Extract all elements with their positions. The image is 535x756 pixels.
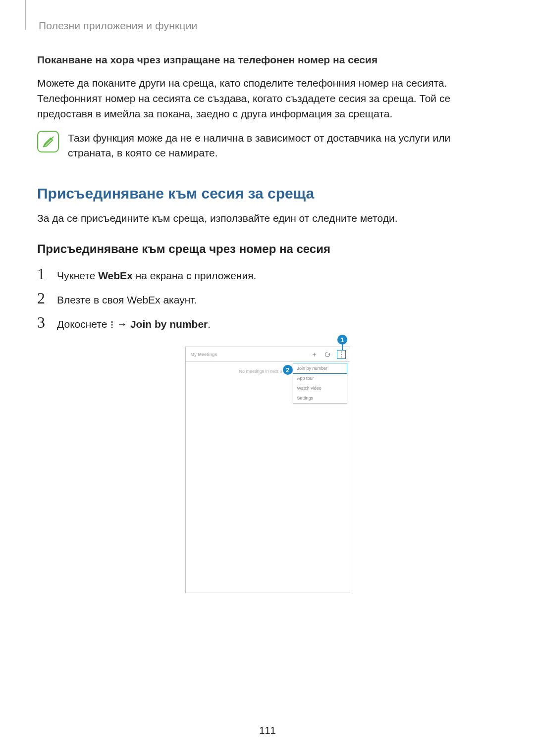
menu-item-settings[interactable]: Settings (293, 393, 347, 403)
step-text-fragment: Докоснете (57, 318, 110, 330)
menu-item-watch-video[interactable]: Watch video (293, 383, 347, 393)
step-text-fragment: Чукнете (57, 270, 98, 281)
step-text-bold: WebEx (98, 270, 133, 281)
step-number: 3 (37, 313, 48, 332)
step-number: 2 (37, 289, 48, 307)
svg-rect-4 (341, 352, 342, 353)
menu-item-join-by-number[interactable]: Join by number (293, 363, 347, 374)
section-join-title: Присъединяване към сесия за среща (37, 185, 498, 202)
screenshot-topbar: My Meetings + (186, 347, 350, 362)
svg-rect-2 (111, 324, 113, 326)
svg-line-0 (43, 137, 54, 147)
step-text-fragment: . (208, 318, 211, 330)
step-text: Чукнете WebEx на екрана с приложения. (57, 268, 256, 283)
more-options-button[interactable] (337, 350, 346, 359)
step-3: 3 Докоснете → Join by number. (37, 313, 498, 332)
callout-2: 2 (283, 365, 293, 375)
steps-list: 1 Чукнете WebEx на екрана с приложения. … (37, 265, 498, 332)
step-text-fragment: на екрана с приложения. (133, 270, 257, 281)
screenshot-dropdown: Join by number App tour Watch video Sett… (293, 363, 347, 403)
add-icon[interactable]: + (311, 351, 318, 358)
section-invite-by-phone-body: Можете да поканите други на среща, като … (37, 76, 498, 122)
step-text-fragment: → (114, 318, 130, 330)
more-options-icon (110, 321, 113, 329)
screenshot-wrapper: 1 2 My Meetings + No meetings in next 6 … (185, 347, 350, 593)
screenshot-title: My Meetings (191, 352, 217, 357)
step-2: 2 Влезте в своя WebEx акаунт. (37, 289, 498, 307)
screenshot-toolbar-icons: + (311, 350, 346, 359)
svg-rect-1 (111, 321, 113, 323)
webex-screenshot: My Meetings + No meetings in next 6 week… (185, 347, 350, 593)
note-icon (37, 131, 59, 152)
section-invite-by-phone-heading: Поканване на хора чрез изпращане на теле… (37, 54, 498, 66)
page-header: Полезни приложения и функции (39, 20, 498, 32)
svg-rect-6 (341, 356, 342, 357)
page-number: 111 (0, 725, 535, 736)
refresh-icon[interactable] (324, 351, 331, 358)
callout-1: 1 (337, 335, 347, 345)
step-text: Докоснете → Join by number. (57, 317, 211, 331)
step-number: 1 (37, 265, 48, 283)
section-join-intro: За да се присъедините към среща, използв… (37, 211, 498, 226)
menu-item-app-tour[interactable]: App tour (293, 373, 347, 383)
step-1: 1 Чукнете WebEx на екрана с приложения. (37, 265, 498, 283)
svg-rect-3 (111, 327, 113, 328)
svg-rect-5 (341, 354, 342, 355)
note-text: Тази функция може да не е налична в зави… (68, 131, 498, 161)
step-text: Влезте в своя WebEx акаунт. (57, 293, 197, 307)
step-text-bold: Join by number (130, 318, 208, 330)
note-block: Тази функция може да не е налична в зави… (37, 131, 498, 161)
section-join-by-number-heading: Присъединяване към среща чрез номер на с… (37, 242, 498, 256)
callout-line (342, 345, 343, 350)
